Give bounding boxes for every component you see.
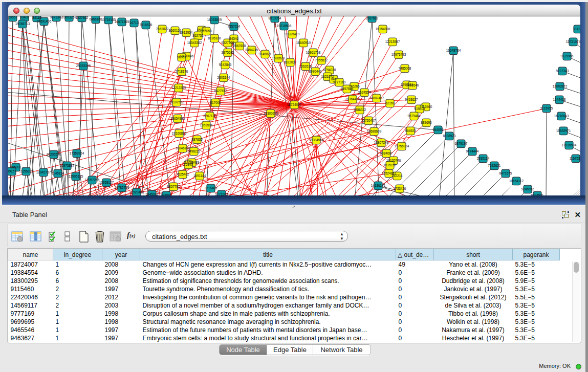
svg-text:12923486: 12923486 (129, 190, 144, 194)
svg-text:17957255: 17957255 (85, 178, 100, 182)
svg-text:9227343: 9227343 (556, 69, 569, 73)
svg-text:9129966: 9129966 (561, 54, 574, 58)
svg-text:10654112: 10654112 (509, 179, 524, 183)
svg-text:16120746: 16120746 (386, 159, 401, 162)
svg-text:2718176: 2718176 (176, 70, 188, 73)
svg-text:10973493: 10973493 (391, 53, 406, 56)
svg-text:10807487: 10807487 (369, 96, 384, 100)
svg-text:15720407: 15720407 (361, 119, 376, 122)
svg-text:7632621: 7632621 (488, 164, 501, 167)
svg-text:9465546: 9465546 (406, 83, 419, 87)
svg-text:3875685: 3875685 (222, 51, 234, 54)
svg-text:20364436: 20364436 (345, 97, 360, 101)
svg-text:19756924: 19756924 (395, 144, 409, 148)
svg-text:1244418: 1244418 (553, 98, 566, 101)
svg-text:16154808: 16154808 (376, 27, 390, 31)
svg-text:8471675: 8471675 (499, 171, 512, 175)
svg-text:19055713: 19055713 (15, 22, 30, 26)
svg-text:1588520: 1588520 (272, 56, 285, 60)
svg-text:27691406: 27691406 (37, 19, 52, 23)
svg-text:862751: 862751 (192, 34, 204, 37)
svg-text:18807249: 18807249 (374, 141, 389, 144)
svg-text:9545012: 9545012 (146, 192, 159, 195)
svg-text:16210643: 16210643 (554, 114, 569, 118)
svg-text:9146821: 9146821 (259, 52, 272, 56)
svg-text:16648784: 16648784 (446, 49, 461, 52)
svg-text:7955812: 7955812 (315, 58, 328, 62)
svg-text:2867608: 2867608 (233, 44, 246, 48)
svg-text:9474444: 9474444 (466, 149, 479, 153)
svg-text:3716485: 3716485 (205, 186, 217, 190)
svg-text:8454749: 8454749 (246, 48, 258, 52)
svg-text:9579464: 9579464 (408, 114, 421, 118)
svg-text:10325419: 10325419 (285, 32, 300, 36)
svg-text:887835: 887835 (191, 138, 203, 141)
svg-text:9245652: 9245652 (521, 187, 534, 191)
svg-text:9271003: 9271003 (215, 192, 228, 195)
svg-text:8186328: 8186328 (208, 36, 221, 40)
svg-text:19654985: 19654985 (170, 117, 185, 120)
svg-text:7625402: 7625402 (177, 172, 189, 176)
svg-text:17359924: 17359924 (70, 151, 84, 155)
svg-text:12093872: 12093872 (553, 84, 568, 88)
svg-text:11156829: 11156829 (19, 169, 33, 173)
svg-text:10653257: 10653257 (62, 16, 77, 19)
svg-text:9242845: 9242845 (219, 63, 232, 67)
svg-text:9084067: 9084067 (380, 151, 393, 155)
svg-text:12213389: 12213389 (171, 86, 186, 90)
svg-text:9857791: 9857791 (167, 185, 180, 188)
svg-text:20557: 20557 (8, 16, 17, 19)
svg-text:18640910: 18640910 (296, 41, 311, 45)
svg-text:3624554: 3624554 (358, 91, 371, 94)
svg-text:7357224: 7357224 (228, 25, 241, 28)
svg-text:9463627: 9463627 (405, 98, 418, 101)
svg-text:817006: 817006 (210, 101, 221, 104)
svg-text:29053346: 29053346 (76, 64, 91, 68)
svg-text:8990443: 8990443 (309, 70, 322, 73)
svg-text:16961758: 16961758 (306, 51, 321, 54)
svg-text:16713: 16713 (129, 21, 139, 25)
svg-text:919403: 919403 (414, 107, 425, 111)
svg-text:1527602: 1527602 (76, 16, 89, 19)
svg-text:16671355: 16671355 (115, 20, 129, 24)
svg-text:16782759: 16782759 (115, 186, 129, 189)
svg-text:10719155: 10719155 (101, 18, 116, 21)
svg-text:62160: 62160 (385, 101, 395, 105)
svg-text:1691144: 1691144 (193, 174, 206, 178)
svg-text:7485008: 7485008 (399, 67, 411, 70)
svg-text:10688609: 10688609 (367, 129, 382, 133)
svg-text:12213987: 12213987 (385, 40, 400, 43)
svg-text:19218506: 19218506 (277, 24, 292, 28)
svg-text:924501: 924501 (161, 193, 172, 195)
svg-text:9327508: 9327508 (222, 41, 234, 45)
svg-text:1362615: 1362615 (299, 64, 312, 68)
svg-text:90406: 90406 (20, 16, 29, 19)
svg-text:18724007: 18724007 (287, 103, 302, 106)
svg-text:3215955: 3215955 (540, 106, 553, 110)
svg-text:1615152: 1615152 (384, 163, 397, 167)
svg-text:964923: 964923 (405, 129, 416, 133)
svg-text:1145114: 1145114 (52, 171, 64, 175)
svg-text:15840: 15840 (184, 163, 193, 166)
svg-text:39157: 39157 (8, 169, 16, 173)
svg-text:8813054: 8813054 (269, 16, 281, 20)
svg-text:2803144: 2803144 (217, 76, 230, 79)
svg-text:6794028: 6794028 (323, 68, 336, 72)
svg-text:18300295: 18300295 (264, 112, 278, 115)
svg-text:16107552: 16107552 (169, 100, 184, 104)
svg-text:19384554: 19384554 (309, 138, 324, 142)
svg-text:916058: 916058 (201, 29, 212, 33)
svg-text:7663822: 7663822 (156, 27, 169, 31)
svg-text:1353594: 1353594 (200, 123, 213, 127)
svg-text:10958127: 10958127 (99, 181, 114, 184)
svg-text:14136141: 14136141 (371, 184, 386, 187)
svg-text:6497568: 6497568 (341, 87, 354, 91)
svg-text:20206576: 20206576 (47, 152, 61, 156)
svg-text:3498222: 3498222 (188, 149, 201, 153)
svg-text:889695: 889695 (421, 121, 432, 124)
svg-text:1167533: 1167533 (570, 157, 580, 160)
svg-text:985001: 985001 (10, 165, 21, 169)
svg-text:8322037: 8322037 (284, 60, 297, 64)
svg-text:15751074: 15751074 (566, 40, 580, 43)
svg-text:8427552: 8427552 (214, 89, 227, 93)
